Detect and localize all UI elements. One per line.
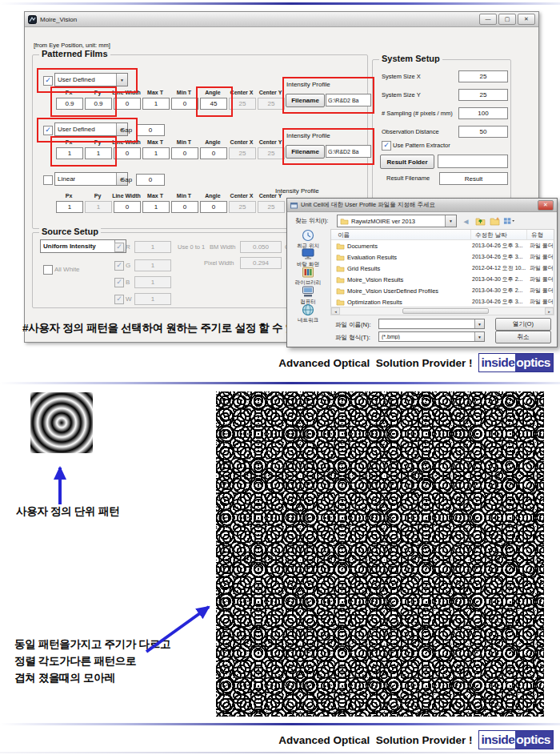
horizontal-scrollbar[interactable]: ◂ ▸ xyxy=(330,307,554,315)
film2-angle-field[interactable] xyxy=(200,147,227,159)
system-size-x-field[interactable] xyxy=(458,70,508,82)
observation-distance-field[interactable] xyxy=(458,126,508,138)
file-dialog: Unit Cell에 대한 User Profile 파일을 지정해 주세요 ✕… xyxy=(286,198,558,347)
film2-intensity-label: Intensity Profile xyxy=(286,132,330,139)
up-folder-icon[interactable] xyxy=(474,215,486,227)
window-title: Moire_Vision xyxy=(40,16,77,23)
film2-px-field[interactable] xyxy=(56,147,83,159)
file-row[interactable]: Grid Results2012-04-12 오전 10...파일 폴더 xyxy=(331,263,554,274)
folder-icon xyxy=(336,275,345,283)
film2-gap-field[interactable] xyxy=(136,124,165,136)
film1-enable-checkbox[interactable] xyxy=(43,76,53,86)
column-type[interactable]: 유형 xyxy=(531,231,543,239)
slogan-text: Advanced Optical Solution Provider ! xyxy=(278,357,472,369)
chevron-down-icon xyxy=(445,215,456,227)
new-folder-icon[interactable] xyxy=(489,215,501,227)
film1-centerx-field xyxy=(229,98,256,110)
film3-type-select[interactable]: Linear xyxy=(54,172,128,186)
column-date[interactable]: 수정한 날짜 xyxy=(475,231,507,239)
film3-px-field[interactable] xyxy=(56,201,83,213)
film3-linewidth-field[interactable] xyxy=(114,201,141,213)
film1-angle-field[interactable] xyxy=(200,98,227,110)
dialog-close-button[interactable]: ✕ xyxy=(538,200,554,211)
dialog-title: Unit Cell에 대한 User Profile 파일을 지정해 주세요 xyxy=(301,201,435,209)
film2-filename-button[interactable]: Filename xyxy=(286,145,325,159)
dialog-titlebar[interactable]: Unit Cell에 대한 User Profile 파일을 지정해 주세요 ✕ xyxy=(287,199,557,212)
result-folder-button[interactable]: Result Folder xyxy=(380,155,434,169)
unit-pattern-label: 사용자 정의 단위 패턴 xyxy=(16,504,119,519)
file-row[interactable]: Moire_Vision UserDefined Profiles2013-04… xyxy=(331,285,554,296)
look-in-label: 찾는 위치(I): xyxy=(295,217,328,225)
film1-filename-button[interactable]: Filename xyxy=(286,94,325,107)
scrollbar-thumb[interactable] xyxy=(402,308,489,314)
file-list: 이름 수정한 날짜 유형 Documents2013-04-26 오후 3...… xyxy=(330,229,554,307)
film3-gap-field[interactable] xyxy=(136,174,165,186)
observation-distance-label: Observation Distance xyxy=(382,128,439,135)
views-icon[interactable] xyxy=(503,215,515,227)
file-type-label: 파일 형식(T): xyxy=(335,334,370,342)
file-row[interactable]: Evaluation Results2013-04-26 오후 3...파일 폴… xyxy=(331,251,554,263)
file-name-input[interactable] xyxy=(378,319,485,329)
open-button[interactable]: 열기(O) xyxy=(495,318,551,331)
look-in-select[interactable]: RaywizMOIRE ver 2013 xyxy=(337,215,457,227)
result-folder-field[interactable] xyxy=(438,155,508,168)
sampling-label: # Sampling (# pixels / mm) xyxy=(382,110,453,117)
film1-type-select[interactable]: User Defined xyxy=(54,73,128,86)
system-setup-title: System Setup xyxy=(379,54,442,63)
film1-py-field[interactable] xyxy=(85,98,112,110)
result-filename-field[interactable] xyxy=(439,172,508,185)
film3-centery-field xyxy=(258,201,285,213)
dialog-icon xyxy=(290,202,298,209)
bm-width-label: BM Width xyxy=(210,243,236,251)
film3-maxt-field[interactable] xyxy=(142,201,170,213)
source-setup-title: Source Setup xyxy=(39,227,101,236)
sidebar-item-network[interactable]: 네트워크 xyxy=(289,303,327,324)
system-size-y-field[interactable] xyxy=(458,89,508,101)
film2-enable-checkbox[interactable] xyxy=(43,126,53,135)
maximize-button[interactable]: ▢ xyxy=(498,14,516,25)
film1-intensity-label: Intensity Profile xyxy=(286,81,330,88)
film2-centery-field xyxy=(258,147,285,159)
file-row[interactable]: Optimization Results2013-04-26 오후 3...파일… xyxy=(331,296,554,307)
source-mode-select[interactable]: Uniform Intensity xyxy=(40,239,126,253)
cancel-button[interactable]: 취소 xyxy=(495,331,551,343)
channel-w-checkbox xyxy=(114,295,124,304)
channel-g-label: G xyxy=(126,262,130,269)
film2-profile-path[interactable] xyxy=(326,145,371,158)
pattern-extractor-label: Use Pattern Extractor xyxy=(393,142,450,149)
film2-py-field[interactable] xyxy=(85,147,112,159)
film1-mint-field[interactable] xyxy=(171,98,198,110)
channel-b-field xyxy=(134,276,171,288)
chevron-down-icon xyxy=(116,74,127,86)
channel-r-label: R xyxy=(126,243,130,251)
column-name[interactable]: 이름 xyxy=(338,231,350,239)
film1-px-field[interactable] xyxy=(56,98,83,110)
film3-mint-field[interactable] xyxy=(171,201,198,213)
all-white-checkbox[interactable] xyxy=(43,265,53,275)
minimize-button[interactable]: — xyxy=(479,14,497,25)
file-row[interactable]: Moire_Vision Results2013-04-30 오후 2...파일… xyxy=(331,274,554,285)
channel-b-label: B xyxy=(126,279,130,286)
sampling-field[interactable] xyxy=(458,107,508,119)
film3-enable-checkbox[interactable] xyxy=(43,175,53,185)
film2-maxt-field[interactable] xyxy=(142,147,170,159)
branding-bottom: Advanced Optical Solution Provider ! ins… xyxy=(0,730,554,749)
film1-maxt-field[interactable] xyxy=(142,98,170,110)
top-divider xyxy=(0,2,560,5)
film2-mint-field[interactable] xyxy=(171,147,198,159)
list-header: 이름 수정한 날짜 유형 xyxy=(331,230,554,240)
file-type-select[interactable]: (*.bmp) xyxy=(378,331,485,342)
film2-type-select[interactable]: User Defined xyxy=(54,122,128,136)
pattern-extractor-checkbox[interactable] xyxy=(382,141,391,151)
sidebar-item-libraries[interactable]: 라이브러리 xyxy=(289,266,327,287)
close-button[interactable]: ✕ xyxy=(518,14,535,25)
film3-py-field xyxy=(85,201,112,213)
computer-icon xyxy=(301,285,315,298)
file-row[interactable]: Documents2013-04-26 오후 3...파일 폴더 xyxy=(331,240,554,251)
film1-linewidth-field[interactable] xyxy=(114,98,141,110)
window-titlebar[interactable]: Moire_Vision — ▢ ✕ xyxy=(25,12,538,27)
back-icon[interactable]: ◄ xyxy=(460,215,472,227)
film1-profile-path[interactable] xyxy=(326,94,371,106)
film3-angle-field[interactable] xyxy=(200,201,227,213)
film2-linewidth-field[interactable] xyxy=(114,147,141,159)
